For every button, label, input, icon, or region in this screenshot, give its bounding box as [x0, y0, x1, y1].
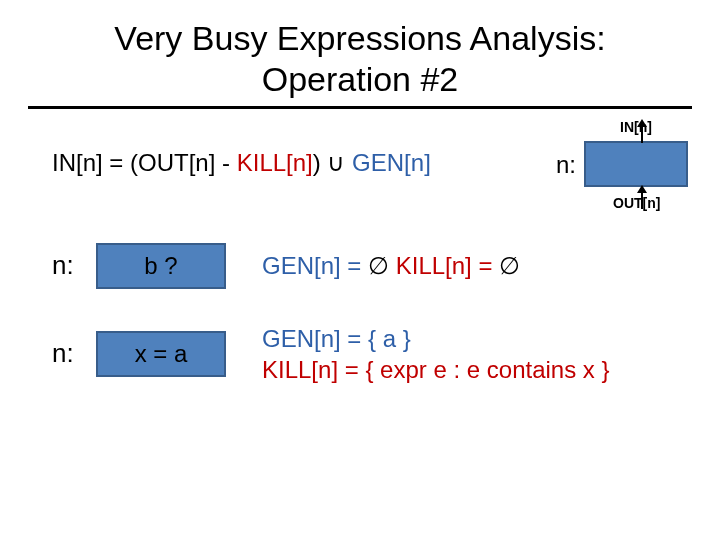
title-underline: [28, 106, 692, 109]
formula-row: IN[n] = (OUT[n] - KILL[n]) ∪ GEN[n] IN[n…: [28, 121, 692, 211]
title-line-2: Operation #2: [262, 60, 459, 98]
node-code: b ?: [144, 252, 177, 280]
n-label: n:: [52, 250, 96, 281]
gen-def: GEN[n] = { a }: [262, 323, 610, 354]
out-label: OUT[n]: [613, 195, 660, 211]
kill-label: KILL[n] =: [389, 252, 499, 279]
branch-definitions: GEN[n] = ∅ KILL[n] = ∅: [262, 250, 520, 282]
gen-label: GEN[n] =: [262, 252, 368, 279]
examples: n: b ? GEN[n] = ∅ KILL[n] = ∅ n: x = a G…: [28, 243, 692, 385]
title-line-1: Very Busy Expressions Analysis:: [114, 19, 605, 57]
formula-mid: ): [313, 149, 328, 176]
n-label-diagram: n:: [556, 151, 576, 179]
formula-kill: KILL[n]: [237, 149, 313, 176]
empty-set-icon: ∅: [499, 253, 520, 279]
node-code: x = a: [135, 340, 188, 368]
empty-set-icon: ∅: [368, 253, 389, 279]
in-formula: IN[n] = (OUT[n] - KILL[n]) ∪ GEN[n]: [52, 149, 431, 177]
in-label: IN[n]: [620, 119, 652, 135]
node-box-branch: b ?: [96, 243, 226, 289]
n-label: n:: [52, 338, 96, 369]
slide: Very Busy Expressions Analysis: Operatio…: [0, 0, 720, 540]
formula-lhs: IN[n] = (OUT[n] -: [52, 149, 237, 176]
formula-gen: GEN[n]: [352, 149, 431, 176]
kill-def: KILL[n] = { expr e : e contains x }: [262, 354, 610, 385]
assign-definitions: GEN[n] = { a } KILL[n] = { expr e : e co…: [262, 323, 610, 385]
title-block: Very Busy Expressions Analysis: Operatio…: [28, 18, 692, 100]
slide-title: Very Busy Expressions Analysis: Operatio…: [114, 18, 605, 100]
example-row-assign: n: x = a GEN[n] = { a } KILL[n] = { expr…: [28, 323, 692, 385]
node-box-diagram: [584, 141, 688, 187]
node-box-assign: x = a: [96, 331, 226, 377]
union-symbol: ∪: [327, 150, 345, 176]
example-row-branch: n: b ? GEN[n] = ∅ KILL[n] = ∅: [28, 243, 692, 289]
